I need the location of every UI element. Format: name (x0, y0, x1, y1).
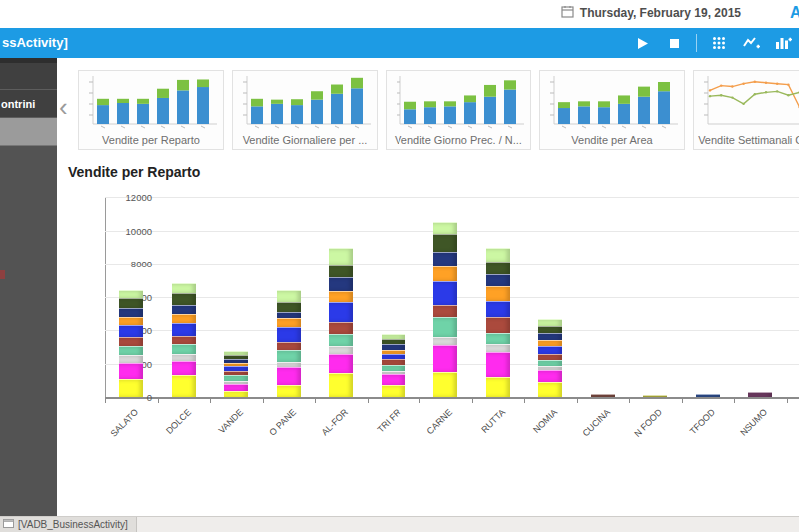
bar-segment[interactable] (172, 361, 196, 375)
bar-segment[interactable] (433, 252, 457, 266)
bar-segment[interactable] (172, 314, 196, 323)
bar-segment[interactable] (538, 382, 562, 397)
bar-segment[interactable] (172, 375, 196, 397)
bar-segment[interactable] (538, 346, 562, 354)
bar-segment[interactable] (329, 334, 353, 346)
bar-chart-add-icon[interactable] (773, 33, 793, 53)
bar-segment[interactable] (329, 346, 353, 354)
bar-segment[interactable] (277, 312, 301, 319)
bar-n-food[interactable] (643, 395, 667, 397)
bar-segment[interactable] (538, 333, 562, 341)
bar-segment[interactable] (277, 342, 301, 350)
bar-segment[interactable] (224, 391, 248, 397)
bar-segment[interactable] (433, 281, 457, 304)
status-tab[interactable]: [VADB_BusinessActivity] (0, 517, 137, 532)
bar-segment[interactable] (486, 352, 510, 377)
bar-o-pane[interactable] (277, 290, 301, 397)
bar-segment[interactable] (119, 290, 143, 298)
bar-segment[interactable] (119, 298, 143, 308)
bar-vande[interactable] (224, 351, 248, 397)
bar-segment[interactable] (172, 354, 196, 361)
thumbnail-card[interactable]: Vendite Giornaliere per ... (232, 70, 378, 150)
bar-segment[interactable] (486, 301, 510, 318)
bar-segment[interactable] (172, 344, 196, 354)
grid-icon[interactable] (709, 33, 729, 53)
thumbnail-card[interactable]: Vendite per Area (539, 70, 685, 150)
bar-segment[interactable] (119, 346, 143, 355)
bar-segment[interactable] (433, 345, 457, 372)
bar-segment[interactable] (119, 363, 143, 380)
bar-segment[interactable] (591, 394, 615, 397)
bar-segment[interactable] (119, 308, 143, 316)
bar-segment[interactable] (433, 305, 457, 317)
bar-segment[interactable] (486, 333, 510, 345)
bar-segment[interactable] (277, 290, 301, 302)
bar-segment[interactable] (329, 373, 353, 397)
bar-segment[interactable] (433, 266, 457, 281)
bar-segment[interactable] (433, 234, 457, 252)
bar-segment[interactable] (172, 323, 196, 336)
bar-segment[interactable] (382, 374, 405, 386)
bar-segment[interactable] (748, 392, 772, 397)
bar-segment[interactable] (329, 291, 353, 303)
carousel-prev-icon[interactable]: ‹ (59, 94, 68, 120)
play-icon[interactable] (632, 33, 652, 53)
bar-segment[interactable] (696, 394, 720, 397)
bar-segment[interactable] (486, 248, 510, 261)
bar-dolce[interactable] (172, 283, 196, 397)
bar-segment[interactable] (119, 379, 143, 397)
bar-segment[interactable] (433, 317, 457, 337)
bar-rutta[interactable] (486, 248, 510, 397)
sidebar-item-contrini[interactable]: ontrini (0, 90, 57, 118)
bar-al-for[interactable] (329, 248, 353, 397)
bar-segment[interactable] (382, 385, 405, 397)
bar-segment[interactable] (277, 385, 301, 397)
thumbnail-card[interactable]: Vendite per Reparto (78, 70, 224, 150)
bar-segment[interactable] (277, 302, 301, 312)
bar-segment[interactable] (329, 354, 353, 372)
thumbnail-card[interactable]: Vendite Settimanali Comp... (693, 70, 799, 150)
bar-segment[interactable] (486, 286, 510, 301)
bar-segment[interactable] (486, 274, 510, 286)
bar-segment[interactable] (172, 305, 196, 314)
bar-segment[interactable] (486, 344, 510, 352)
bar-segment[interactable] (433, 337, 457, 345)
bar-segment[interactable] (119, 325, 143, 337)
bar-segment[interactable] (643, 395, 667, 397)
bar-segment[interactable] (329, 322, 353, 334)
bar-tri-fr[interactable] (382, 334, 405, 397)
bar-segment[interactable] (538, 319, 562, 326)
date-picker[interactable]: Thursday, February 19, 2015 (561, 5, 741, 21)
stop-icon[interactable] (664, 33, 684, 53)
sidebar-item-selected[interactable] (0, 118, 57, 146)
bar-segment[interactable] (277, 350, 301, 362)
bar-segment[interactable] (224, 384, 248, 392)
bar-carne[interactable] (433, 222, 457, 397)
bar-segment[interactable] (329, 265, 353, 277)
bar-tfood[interactable] (696, 394, 720, 397)
line-chart-add-icon[interactable] (741, 33, 761, 53)
bar-nomia[interactable] (538, 319, 562, 397)
bar-segment[interactable] (119, 317, 143, 325)
bar-segment[interactable] (172, 283, 196, 293)
bar-segment[interactable] (277, 367, 301, 385)
bar-segment[interactable] (329, 248, 353, 265)
bar-segment[interactable] (277, 318, 301, 326)
bar-segment[interactable] (433, 372, 457, 397)
bar-segment[interactable] (119, 337, 143, 346)
sidebar-item-1[interactable] (0, 63, 57, 90)
bar-cucina[interactable] (591, 394, 615, 397)
bar-segment[interactable] (433, 222, 457, 234)
bar-segment[interactable] (277, 327, 301, 342)
bar-segment[interactable] (172, 336, 196, 344)
bar-nsumo[interactable] (748, 392, 772, 397)
bar-salato[interactable] (119, 290, 143, 397)
bar-segment[interactable] (329, 277, 353, 290)
bar-segment[interactable] (486, 377, 510, 397)
bar-segment[interactable] (172, 293, 196, 305)
bar-segment[interactable] (538, 326, 562, 333)
thumbnail-card[interactable]: Vendite Giorno Prec. / N... (386, 70, 531, 150)
bar-segment[interactable] (486, 262, 510, 274)
bar-segment[interactable] (329, 302, 353, 322)
bar-segment[interactable] (486, 317, 510, 332)
